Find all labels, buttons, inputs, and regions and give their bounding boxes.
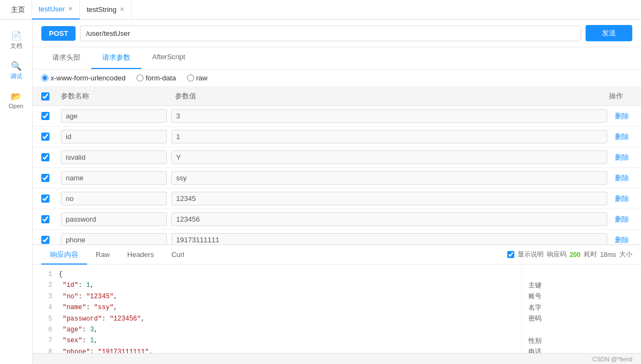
param-check-3 bbox=[41, 174, 61, 182]
tab-testUser[interactable]: testUser ✕ bbox=[32, 0, 80, 20]
tab-request-params[interactable]: 请求参数 bbox=[91, 47, 141, 69]
status-code-label: 响应码 bbox=[547, 250, 567, 259]
json-line: 4 "name": "ssy", bbox=[41, 302, 513, 313]
encoding-formdata[interactable]: form-data bbox=[136, 74, 176, 82]
param-name-input-4[interactable] bbox=[61, 192, 167, 205]
json-line: 3 "no": "12345", bbox=[41, 291, 513, 302]
param-check-0 bbox=[41, 112, 61, 120]
comment-line: 主键 bbox=[528, 280, 634, 291]
table-row: 删除 bbox=[33, 147, 641, 168]
url-input[interactable] bbox=[80, 26, 581, 41]
delete-param-5-button[interactable]: 删除 bbox=[612, 214, 632, 225]
param-checkbox-4[interactable] bbox=[41, 194, 49, 203]
delete-param-2-button[interactable]: 删除 bbox=[612, 152, 632, 164]
header-check-col bbox=[41, 92, 61, 101]
sidebar-item-debug[interactable]: 🔍 调试 bbox=[0, 55, 32, 86]
tab-response-content[interactable]: 响应内容 bbox=[41, 245, 87, 265]
close-tab-testString-icon[interactable]: ✕ bbox=[120, 6, 125, 13]
tab-testUser-label: testUser bbox=[39, 5, 65, 13]
table-row: 删除 bbox=[33, 106, 641, 127]
tab-response-curl[interactable]: Curl bbox=[163, 245, 193, 265]
table-row: 删除 bbox=[33, 189, 641, 209]
json-line: 7 "sex": 1, bbox=[41, 335, 513, 346]
status-code-value: 200 bbox=[570, 251, 581, 259]
comment-line: 账号 bbox=[528, 291, 634, 302]
sidebar-item-open-label: Open bbox=[9, 103, 23, 109]
main-layout: 📄 文档 🔍 调试 📂 Open POST 发送 请求头部 请求参数 bbox=[0, 20, 641, 364]
tab-after-script[interactable]: AfterScript bbox=[141, 47, 196, 69]
request-bar: POST 发送 bbox=[33, 20, 641, 47]
col-value-header: 参数值 bbox=[175, 91, 600, 101]
tab-testString[interactable]: testString ✕ bbox=[80, 0, 132, 20]
param-name-input-5[interactable] bbox=[61, 212, 167, 226]
docs-icon: 📄 bbox=[11, 30, 22, 41]
encoding-urlencoded[interactable]: x-www-form-urlencoded bbox=[41, 74, 126, 82]
param-value-input-2[interactable] bbox=[171, 150, 607, 164]
param-check-4 bbox=[41, 194, 61, 203]
tab-testString-label: testString bbox=[86, 5, 116, 14]
tab-response-headers[interactable]: Headers bbox=[119, 245, 163, 265]
comment-line bbox=[528, 324, 634, 335]
json-line: 1{ bbox=[41, 269, 513, 280]
method-button[interactable]: POST bbox=[41, 26, 76, 41]
delete-param-1-button[interactable]: 删除 bbox=[612, 131, 632, 143]
tab-response-raw[interactable]: Raw bbox=[87, 245, 119, 265]
response-content: 1{2 "id": 1,3 "no": "12345",4 "name": "s… bbox=[33, 265, 641, 353]
param-checkbox-3[interactable] bbox=[41, 174, 49, 182]
time-label: 耗时 bbox=[584, 250, 597, 259]
select-all-checkbox[interactable] bbox=[41, 92, 49, 101]
param-name-input-6[interactable] bbox=[61, 233, 167, 244]
param-checkbox-0[interactable] bbox=[41, 112, 49, 120]
param-value-input-6[interactable] bbox=[171, 233, 607, 244]
param-check-1 bbox=[41, 133, 61, 141]
footer-text: CSDN @*fiend bbox=[592, 356, 632, 362]
params-table: 参数名称 参数值 操作 删除 删除 删除 bbox=[33, 87, 641, 244]
response-meta: 显示说明 响应码 200 耗时 18ms 大小 bbox=[507, 250, 632, 259]
json-line: 8 "phone": "19173111111", bbox=[41, 347, 513, 353]
sidebar-item-docs-label: 文档 bbox=[10, 42, 22, 50]
encoding-raw[interactable]: raw bbox=[187, 74, 208, 82]
sidebar-item-docs[interactable]: 📄 文档 bbox=[0, 25, 32, 55]
param-checkbox-2[interactable] bbox=[41, 153, 49, 161]
table-row: 删除 bbox=[33, 168, 641, 189]
param-name-input-3[interactable] bbox=[61, 171, 167, 185]
delete-param-6-button[interactable]: 删除 bbox=[612, 234, 632, 245]
param-value-input-5[interactable] bbox=[171, 212, 607, 226]
params-rows: 删除 删除 删除 删除 bbox=[33, 106, 641, 244]
param-name-input-2[interactable] bbox=[61, 150, 167, 164]
comment-line: 电话 bbox=[528, 346, 634, 353]
delete-param-4-button[interactable]: 删除 bbox=[612, 193, 632, 205]
tab-home-label: 主页 bbox=[11, 5, 25, 15]
param-value-input-0[interactable] bbox=[171, 109, 607, 123]
response-area: 响应内容 Raw Headers Curl 显示说明 响应码 200 耗时 18… bbox=[33, 244, 641, 353]
table-header: 参数名称 参数值 操作 bbox=[33, 87, 641, 106]
json-line: 2 "id": 1, bbox=[41, 280, 513, 291]
param-name-input-0[interactable] bbox=[61, 109, 167, 123]
footer: CSDN @*fiend bbox=[33, 353, 641, 364]
comment-panel: 主键账号名字密码性别电话角色(组织管理员, 1馆理员, 2普通帐里是否有效，Y有… bbox=[521, 265, 641, 353]
tab-after-script-label: AfterScript bbox=[152, 53, 185, 61]
param-value-input-3[interactable] bbox=[171, 171, 607, 185]
param-check-5 bbox=[41, 215, 61, 223]
table-row: 删除 bbox=[33, 230, 641, 244]
debug-icon: 🔍 bbox=[11, 61, 22, 71]
delete-param-3-button[interactable]: 删除 bbox=[612, 172, 632, 184]
close-tab-testUser-icon[interactable]: ✕ bbox=[68, 5, 73, 12]
sidebar-item-debug-label: 调试 bbox=[10, 72, 22, 80]
top-tab-bar: 主页 testUser ✕ testString ✕ bbox=[0, 0, 641, 20]
param-checkbox-6[interactable] bbox=[41, 236, 49, 244]
param-value-input-1[interactable] bbox=[171, 130, 607, 143]
tab-home[interactable]: 主页 bbox=[4, 0, 32, 20]
table-row: 删除 bbox=[33, 127, 641, 147]
tab-request-headers[interactable]: 请求头部 bbox=[41, 47, 91, 69]
send-button[interactable]: 发送 bbox=[586, 25, 632, 41]
param-name-input-1[interactable] bbox=[61, 130, 167, 143]
param-value-input-4[interactable] bbox=[171, 192, 607, 205]
delete-param-0-button[interactable]: 删除 bbox=[612, 110, 632, 122]
comment-line: 性别 bbox=[528, 335, 634, 346]
param-checkbox-5[interactable] bbox=[41, 215, 49, 223]
show-comment-checkbox[interactable] bbox=[507, 251, 514, 258]
sidebar-item-open[interactable]: 📂 Open bbox=[0, 86, 32, 115]
param-checkbox-1[interactable] bbox=[41, 133, 49, 141]
main-panel: POST 发送 请求头部 请求参数 AfterScript x-www-form… bbox=[33, 20, 641, 364]
